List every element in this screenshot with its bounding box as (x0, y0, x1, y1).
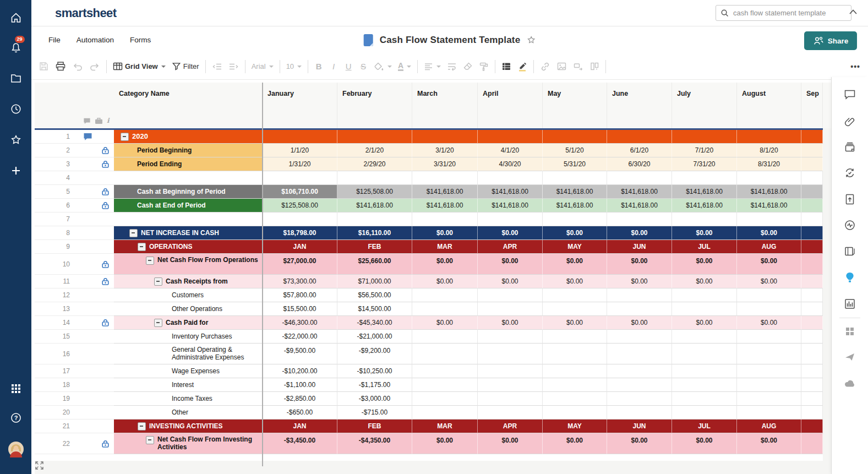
grid-cell[interactable] (672, 213, 737, 226)
grid-cell[interactable] (737, 392, 801, 406)
star-icon[interactable] (8, 132, 24, 148)
grid-cell[interactable] (478, 344, 543, 364)
category-cell[interactable]: Cash Paid for (114, 316, 263, 330)
align-button[interactable] (424, 62, 441, 71)
plus-icon[interactable] (8, 162, 24, 179)
grid-cell[interactable]: 1/1/20 (263, 144, 337, 157)
grid-cell[interactable]: 2/1/20 (337, 144, 412, 157)
grid-cell[interactable]: -$2,850.00 (263, 392, 337, 406)
grid-cell[interactable]: -$45,340.00 (337, 316, 412, 330)
row-number[interactable]: 1 (35, 130, 77, 144)
column-header-may[interactable]: May (543, 83, 607, 128)
grid-cell[interactable]: $141,618.00 (672, 185, 737, 199)
frozen-column-divider[interactable] (262, 83, 263, 466)
grid-cell[interactable]: $57,800.00 (263, 288, 337, 302)
balloon-icon[interactable] (843, 270, 857, 285)
menu-forms[interactable]: Forms (130, 36, 151, 44)
grid-cell[interactable]: $0.00 (737, 316, 801, 330)
grid-cell[interactable] (801, 144, 823, 157)
row-number[interactable]: 11 (35, 275, 77, 288)
favorite-star-icon[interactable] (526, 35, 536, 45)
grid-cell[interactable]: FEB (337, 419, 412, 433)
grid-cell[interactable] (801, 419, 823, 433)
redo-button[interactable] (89, 62, 100, 72)
grid-cell[interactable]: -$715.00 (337, 406, 412, 419)
strikethrough-button[interactable]: S (359, 62, 368, 71)
grid-cell[interactable] (737, 302, 801, 316)
grid-cell[interactable]: -$9,200.00 (337, 344, 412, 364)
grid-cell[interactable] (801, 226, 823, 240)
grid-cell[interactable] (607, 392, 672, 406)
sheet-summary-icon[interactable] (843, 244, 857, 259)
grid-cell[interactable] (412, 392, 478, 406)
grid-cell[interactable] (607, 130, 672, 144)
clock-icon[interactable] (8, 101, 24, 117)
grid-cell[interactable]: $0.00 (607, 433, 672, 454)
category-cell[interactable]: INVESTING ACTIVITIES (114, 419, 263, 433)
column-header-category-name[interactable]: Category Name (114, 83, 263, 128)
grid-cell[interactable]: $0.00 (737, 275, 801, 288)
grid-cell[interactable]: $141,618.00 (543, 185, 607, 199)
font-size-select[interactable]: 10 (286, 62, 302, 70)
grid-cell[interactable]: APR (478, 240, 543, 254)
grid-cell[interactable] (263, 130, 337, 144)
grid-cell[interactable]: MAR (412, 240, 478, 254)
grid-cell[interactable] (607, 406, 672, 419)
grid-cell[interactable] (263, 213, 337, 226)
grid-cell[interactable]: $25,660.00 (337, 254, 412, 275)
grid-cell[interactable]: $0.00 (543, 316, 607, 330)
row-number[interactable]: 15 (35, 330, 77, 344)
grid-cell[interactable]: $0.00 (672, 275, 737, 288)
grid-cell[interactable]: $0.00 (412, 226, 478, 240)
grid-cell[interactable]: $141,618.00 (607, 185, 672, 199)
smartsheet-logo[interactable]: smartsheet (55, 6, 116, 20)
grid-cell[interactable] (801, 130, 823, 144)
grid-cell[interactable] (801, 433, 823, 454)
category-cell[interactable]: Net Cash Flow From Operations (114, 254, 263, 275)
grid-cell[interactable] (801, 199, 823, 213)
category-cell[interactable]: 2020 (114, 130, 263, 144)
grid-cell[interactable] (412, 213, 478, 226)
grid-cell[interactable]: -$650.00 (263, 406, 337, 419)
category-cell[interactable]: Cash Receipts from (114, 275, 263, 288)
row-number[interactable]: 21 (35, 419, 77, 433)
more-options-button[interactable]: ••• (850, 62, 860, 71)
undo-button[interactable] (72, 62, 83, 72)
paint-format-button[interactable] (479, 62, 489, 72)
grid-cell[interactable]: 8/31/20 (737, 157, 801, 171)
category-cell[interactable]: Interest (114, 378, 263, 392)
row-number[interactable]: 8 (35, 226, 77, 240)
grid-cell[interactable]: $141,618.00 (543, 199, 607, 213)
grid-cell[interactable] (543, 171, 607, 185)
grid-cell[interactable] (801, 378, 823, 392)
grid-cell[interactable] (737, 171, 801, 185)
grid-cell[interactable]: 4/1/20 (478, 144, 543, 157)
bold-button[interactable]: B (314, 62, 323, 71)
row-number[interactable]: 3 (35, 157, 77, 171)
comment-icon[interactable] (843, 88, 857, 102)
grid-cell[interactable] (801, 185, 823, 199)
cell-link-button[interactable] (573, 62, 583, 71)
grid-cell[interactable]: 6/1/20 (607, 144, 672, 157)
grid-cell[interactable] (737, 378, 801, 392)
grid-cell[interactable]: JAN (263, 240, 337, 254)
grid-cell[interactable] (801, 330, 823, 344)
category-cell[interactable]: OPERATIONS (114, 240, 263, 254)
grid-cell[interactable] (478, 171, 543, 185)
collapse-toggle-icon[interactable] (146, 436, 154, 444)
grid-cell[interactable] (801, 254, 823, 275)
grid-cell[interactable]: -$3,450.00 (263, 433, 337, 454)
grid-cell[interactable] (801, 392, 823, 406)
italic-button[interactable]: I (329, 62, 338, 71)
category-cell[interactable] (114, 171, 263, 185)
grid-cell[interactable] (737, 364, 801, 378)
grid-cell[interactable]: $0.00 (478, 254, 543, 275)
grid-cell[interactable]: 8/1/20 (737, 144, 801, 157)
grid-cell[interactable]: FEB (337, 240, 412, 254)
category-cell[interactable]: Customers (114, 288, 263, 302)
indent-button[interactable] (228, 62, 239, 71)
row-number[interactable]: 19 (35, 392, 77, 406)
category-cell[interactable]: Cash at Beginning of Period (114, 185, 263, 199)
grid-cell[interactable]: -$10,200.00 (263, 364, 337, 378)
grid-cell[interactable]: AUG (737, 240, 801, 254)
